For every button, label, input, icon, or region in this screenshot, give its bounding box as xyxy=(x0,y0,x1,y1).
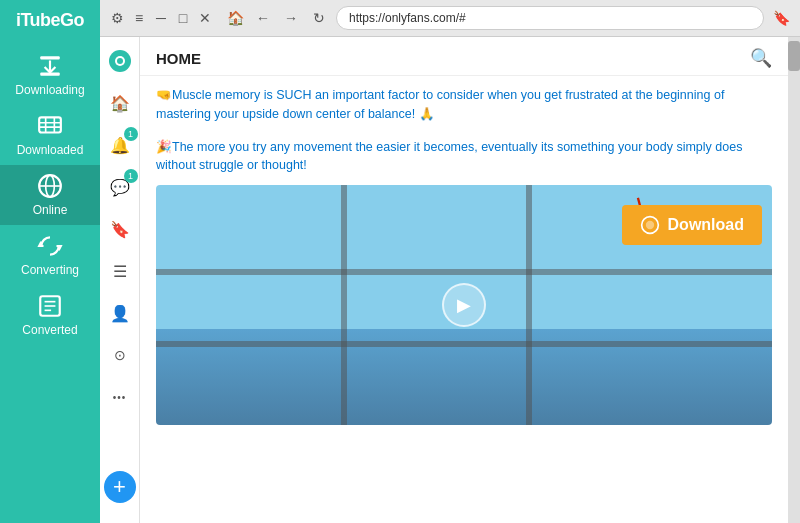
bookmarks-icon[interactable]: 🔖 xyxy=(106,215,134,243)
restore-icon[interactable]: □ xyxy=(174,9,192,27)
svg-rect-0 xyxy=(40,56,60,59)
window-frame-v2 xyxy=(526,185,532,425)
page-title: HOME xyxy=(156,50,201,67)
sidebar-item-downloading-label: Downloading xyxy=(15,83,84,97)
window-controls: ⚙ ≡ ─ □ ✕ xyxy=(108,9,214,27)
svg-point-14 xyxy=(645,221,653,229)
list-icon[interactable]: ☰ xyxy=(106,257,134,285)
main-area: ⚙ ≡ ─ □ ✕ 🏠 ← → ↻ 🔖 🏠 🔔 1 💬 1 xyxy=(100,0,800,523)
content-area: 🏠 🔔 1 💬 1 🔖 ☰ 👤 ⊙ ••• + HOME 🔍 🤜Muscle m… xyxy=(100,37,800,523)
menu-icon[interactable]: ≡ xyxy=(130,9,148,27)
messages-icon[interactable]: 💬 1 xyxy=(106,173,134,201)
browser-sidebar: 🏠 🔔 1 💬 1 🔖 ☰ 👤 ⊙ ••• + xyxy=(100,37,140,523)
share-icon[interactable]: 🔖 xyxy=(770,7,792,29)
svg-point-12 xyxy=(117,58,123,64)
page-header: HOME 🔍 xyxy=(140,37,788,76)
notifications-icon[interactable]: 🔔 1 xyxy=(106,131,134,159)
onlyfans-home-icon[interactable] xyxy=(106,47,134,75)
home-nav-icon[interactable]: 🏠 xyxy=(224,7,246,29)
browser-bar: ⚙ ≡ ─ □ ✕ 🏠 ← → ↻ 🔖 xyxy=(100,0,800,37)
play-button[interactable]: ▶ xyxy=(442,283,486,327)
post-text-2: 🎉The more you try any movement the easie… xyxy=(140,134,788,186)
message-badge: 1 xyxy=(124,169,138,183)
sidebar-item-converted[interactable]: Converted xyxy=(0,285,100,345)
more-icon[interactable]: ••• xyxy=(106,383,134,411)
download-button[interactable]: Download xyxy=(622,205,762,245)
sidebar-item-online[interactable]: Online xyxy=(0,165,100,225)
sidebar-item-online-label: Online xyxy=(33,203,68,217)
home-icon[interactable]: 🏠 xyxy=(106,89,134,117)
scrollbar[interactable] xyxy=(788,37,800,523)
minimize-icon[interactable]: ─ xyxy=(152,9,170,27)
close-icon[interactable]: ✕ xyxy=(196,9,214,27)
app-title: iTubeGo xyxy=(16,10,84,31)
window-frame-h2 xyxy=(156,341,772,347)
forward-button[interactable]: → xyxy=(280,7,302,29)
sidebar-item-downloaded[interactable]: Downloaded xyxy=(0,105,100,165)
download-button-label: Download xyxy=(668,216,744,234)
sidebar-item-downloaded-label: Downloaded xyxy=(17,143,84,157)
add-button[interactable]: + xyxy=(104,471,136,503)
circle-settings-icon[interactable]: ⊙ xyxy=(106,341,134,369)
web-content: HOME 🔍 🤜Muscle memory is SUCH an importa… xyxy=(140,37,788,523)
sidebar-item-converted-label: Converted xyxy=(22,323,77,337)
reload-button[interactable]: ↻ xyxy=(308,7,330,29)
sidebar-item-converting-label: Converting xyxy=(21,263,79,277)
post-text-1: 🤜Muscle memory is SUCH an important fact… xyxy=(140,76,788,134)
profile-icon[interactable]: 👤 xyxy=(106,299,134,327)
sidebar-item-downloading[interactable]: Downloading xyxy=(0,45,100,105)
notification-badge: 1 xyxy=(124,127,138,141)
app-sidebar: iTubeGo Downloading Downloaded Online Co… xyxy=(0,0,100,523)
video-container[interactable]: ▶ ↘ Download xyxy=(156,185,772,425)
window-frame-v1 xyxy=(341,185,347,425)
search-icon[interactable]: 🔍 xyxy=(750,47,772,69)
svg-rect-2 xyxy=(39,117,61,132)
scrollbar-thumb[interactable] xyxy=(788,41,800,71)
back-button[interactable]: ← xyxy=(252,7,274,29)
sidebar-item-converting[interactable]: Converting xyxy=(0,225,100,285)
window-frame-h1 xyxy=(156,269,772,275)
url-input[interactable] xyxy=(336,6,764,30)
settings-icon[interactable]: ⚙ xyxy=(108,9,126,27)
